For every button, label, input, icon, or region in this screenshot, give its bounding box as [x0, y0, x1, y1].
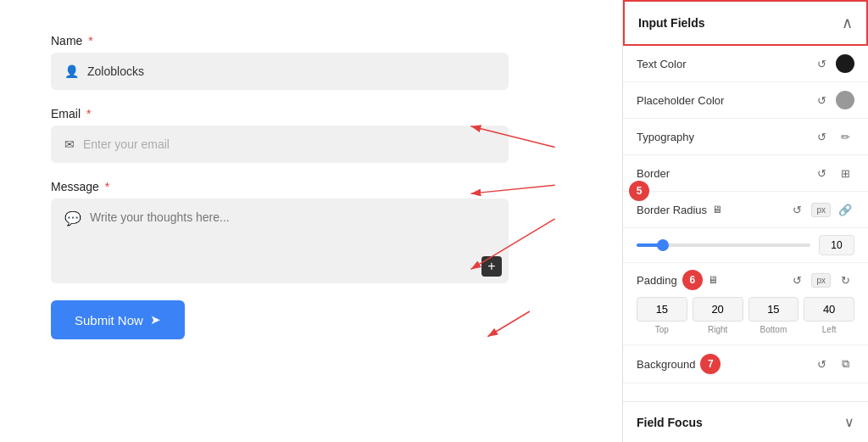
- padding-unit[interactable]: px: [811, 273, 831, 288]
- border-row: Border ↺ ⊞: [623, 155, 868, 192]
- email-input[interactable]: [83, 137, 495, 151]
- text-color-label: Text Color: [637, 58, 687, 70]
- border-radius-reset-icon[interactable]: ↺: [787, 200, 806, 219]
- padding-left-input[interactable]: [804, 297, 854, 322]
- name-input[interactable]: [87, 64, 495, 78]
- submit-button[interactable]: Submit Now ➤: [51, 300, 185, 339]
- padding-link-icon[interactable]: ↻: [836, 271, 854, 289]
- border-radius-value[interactable]: 10: [819, 235, 854, 255]
- expand-button[interactable]: +: [481, 256, 502, 277]
- padding-right-cell: Right: [693, 297, 743, 334]
- padding-bottom-input[interactable]: [748, 297, 799, 322]
- message-field-group: Message * 💬 +: [51, 180, 571, 283]
- padding-label: Padding 6 🖥: [637, 270, 718, 290]
- text-color-controls: ↺: [812, 54, 854, 73]
- padding-right-label: Right: [708, 325, 727, 334]
- border-radius-monitor-icon[interactable]: 🖥: [712, 204, 722, 215]
- name-input-wrapper[interactable]: 👤: [51, 53, 509, 90]
- text-color-row: Text Color ↺: [623, 46, 868, 82]
- padding-top-input[interactable]: [637, 297, 687, 322]
- email-input-wrapper[interactable]: ✉: [51, 126, 509, 163]
- border-radius-unit[interactable]: px: [811, 203, 831, 217]
- border-reset-icon[interactable]: ↺: [812, 164, 831, 182]
- send-icon: ➤: [150, 312, 161, 327]
- email-required-star: *: [86, 107, 91, 120]
- padding-left-label: Left: [822, 325, 837, 334]
- field-focus-title: Field Focus: [637, 416, 703, 429]
- slider-track[interactable]: [637, 243, 810, 247]
- padding-reset-icon[interactable]: ↺: [787, 271, 806, 289]
- padding-header-row: Padding 6 🖥 ↺ px ↻: [637, 270, 854, 290]
- slider-thumb[interactable]: [657, 239, 669, 251]
- typography-edit-icon[interactable]: ✏: [836, 127, 854, 146]
- background-controls: ↺ ⧉: [812, 355, 854, 373]
- placeholder-color-controls: ↺: [812, 91, 854, 109]
- padding-section: Padding 6 🖥 ↺ px ↻ Top Right: [623, 263, 868, 345]
- mail-icon: ✉: [64, 137, 75, 151]
- padding-monitor-icon[interactable]: 🖥: [708, 274, 718, 286]
- email-field-group: Email * ✉: [51, 107, 571, 163]
- border-radius-controls: ↺ px 🔗: [787, 200, 854, 219]
- message-textarea[interactable]: [90, 210, 495, 238]
- badge-5-absolute: 5: [629, 181, 649, 201]
- settings-body: Text Color ↺ Placeholder Color ↺ Typogra…: [623, 46, 868, 401]
- message-required-star: *: [105, 180, 109, 193]
- border-radius-link-icon[interactable]: 🔗: [836, 200, 854, 219]
- background-copy-icon[interactable]: ⧉: [836, 355, 854, 373]
- collapse-icon[interactable]: ∧: [842, 14, 853, 32]
- border-radius-row: Border Radius 🖥 ↺ px 🔗: [623, 192, 868, 228]
- border-radius-slider-row: 10: [623, 228, 868, 263]
- message-textarea-wrapper: 💬 +: [51, 199, 509, 283]
- input-fields-section-header[interactable]: Input Fields ∧: [623, 0, 868, 46]
- chat-icon: 💬: [64, 210, 81, 227]
- placeholder-color-label: Placeholder Color: [637, 94, 724, 107]
- background-row: Background 7 ↺ ⧉: [623, 345, 868, 383]
- message-label: Message *: [51, 180, 571, 193]
- svg-line-4: [487, 311, 530, 337]
- padding-bottom-label: Bottom: [760, 325, 787, 334]
- padding-top-label: Top: [655, 325, 669, 334]
- background-reset-icon[interactable]: ↺: [812, 355, 831, 373]
- form-preview: Name * 👤 Email * ✉ Message * 💬 + Submit …: [0, 0, 622, 442]
- email-label: Email *: [51, 107, 571, 120]
- padding-bottom-cell: Bottom: [748, 297, 799, 334]
- typography-controls: ↺ ✏: [812, 127, 854, 146]
- field-focus-section[interactable]: Field Focus ∨: [623, 401, 868, 442]
- person-icon: 👤: [64, 64, 79, 78]
- name-field-group: Name * 👤: [51, 34, 571, 90]
- typography-reset-icon[interactable]: ↺: [812, 127, 831, 146]
- typography-label: Typography: [637, 131, 694, 143]
- padding-controls: ↺ px ↻: [787, 271, 854, 289]
- placeholder-color-reset-icon[interactable]: ↺: [812, 91, 831, 109]
- typography-row: Typography ↺ ✏: [623, 119, 868, 155]
- placeholder-color-row: Placeholder Color ↺: [623, 82, 868, 119]
- settings-panel: Input Fields ∧ Text Color ↺ Placeholder …: [622, 0, 868, 442]
- padding-left-cell: Left: [804, 297, 854, 334]
- text-color-swatch[interactable]: [836, 54, 854, 73]
- border-controls: ↺ ⊞: [812, 164, 854, 182]
- name-required-star: *: [88, 34, 92, 48]
- badge-7: 7: [700, 354, 721, 374]
- badge-6: 6: [682, 270, 703, 290]
- padding-right-input[interactable]: [693, 297, 743, 322]
- text-color-reset-icon[interactable]: ↺: [812, 54, 831, 73]
- section-title: Input Fields: [638, 16, 705, 30]
- name-label: Name *: [51, 34, 571, 48]
- padding-grid: Top Right Bottom Left: [637, 297, 854, 334]
- border-radius-label: Border Radius 🖥: [637, 204, 722, 216]
- submit-label: Submit Now: [75, 313, 143, 327]
- placeholder-color-swatch[interactable]: [836, 91, 854, 109]
- field-focus-chevron-icon[interactable]: ∨: [844, 414, 854, 430]
- border-edit-icon[interactable]: ⊞: [836, 164, 854, 182]
- background-label: Background 7: [637, 354, 721, 374]
- border-label: Border: [637, 167, 670, 180]
- padding-top-cell: Top: [637, 297, 687, 334]
- badge-5: 5: [629, 181, 649, 201]
